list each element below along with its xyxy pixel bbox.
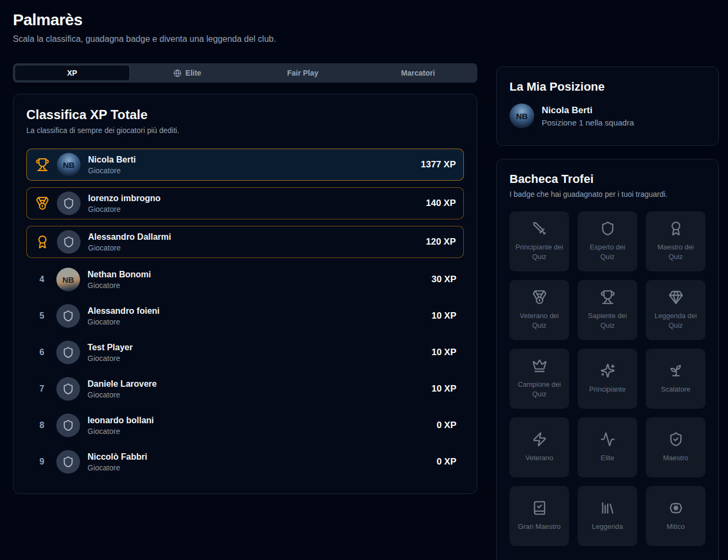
brain-cog-icon <box>668 500 683 515</box>
avatar <box>56 341 80 364</box>
trophy-icon <box>600 290 615 305</box>
badge-grid: Principiante dei QuizEsperto dei QuizMae… <box>509 211 705 546</box>
leaderboard-row-2[interactable]: lorenzo imbrognoGiocatore140 XP <box>26 187 464 219</box>
badge-label: Veterano dei Quiz <box>515 311 564 330</box>
leaderboard-row-4[interactable]: 4NBNethan BonomiGiocatore30 XP <box>26 264 464 294</box>
badge-esperto-dei-quiz[interactable]: Esperto dei Quiz <box>578 211 637 271</box>
player-name: Alessandro foieni <box>88 306 159 316</box>
leaderboard-title: Classifica XP Totale <box>26 107 464 122</box>
tab-bar: XPEliteFair PlayMarcatori <box>13 63 477 83</box>
trophies-title: Bacheca Trofei <box>509 172 705 186</box>
activity-icon <box>600 432 615 447</box>
badge-leggenda-dei-quiz[interactable]: Leggenda dei Quiz <box>646 280 705 340</box>
player-info: Alessandro foieniGiocatore <box>88 306 159 326</box>
badge-leggenda[interactable]: Leggenda <box>578 486 637 546</box>
player-info: lorenzo imbrognoGiocatore <box>88 194 161 213</box>
main-column: Palmarès Scala la classifica, guadagna b… <box>13 11 477 560</box>
shield-icon <box>62 347 74 358</box>
medal-icon <box>532 290 547 305</box>
avatar <box>57 191 81 215</box>
zap-icon <box>532 432 547 447</box>
rank-number: 8 <box>34 421 50 430</box>
badge-maestro-dei-quiz[interactable]: Maestro dei Quiz <box>646 211 705 271</box>
tab-label: Marcatori <box>401 69 435 77</box>
player-info: Nethan BonomiGiocatore <box>88 270 151 290</box>
leaderboard-row-7[interactable]: 7Daniele LarovereGiocatore10 XP <box>26 374 464 404</box>
player-name: Nicola Berti <box>88 155 136 165</box>
leaderboard-row-5[interactable]: 5Alessandro foieniGiocatore10 XP <box>26 301 464 331</box>
tab-xp[interactable]: XP <box>14 65 130 81</box>
rank-number: 9 <box>34 457 50 467</box>
trophy-icon <box>35 158 49 172</box>
leaderboard-row-9[interactable]: 9Niccolò FabbriGiocatore0 XP <box>26 447 464 477</box>
player-role: Giocatore <box>88 463 147 472</box>
player-info: leonardo bollaniGiocatore <box>88 416 154 436</box>
badge-label: Leggenda <box>592 522 623 532</box>
badge-label: Maestro <box>663 453 688 463</box>
leaderboard-row-1[interactable]: NBNicola BertiGiocatore1377 XP <box>26 149 464 181</box>
avatar <box>56 377 80 401</box>
tab-label: Elite <box>185 69 201 77</box>
badge-veterano-dei-quiz[interactable]: Veterano dei Quiz <box>509 280 569 340</box>
player-name: Niccolò Fabbri <box>88 452 147 462</box>
badge-veterano[interactable]: Veterano <box>509 417 569 477</box>
player-name: Test Player <box>88 343 133 352</box>
player-info: Niccolò FabbriGiocatore <box>88 452 147 472</box>
trophies-subtitle: I badge che hai guadagnato per i tuoi tr… <box>509 190 705 198</box>
tab-marcatori[interactable]: Marcatori <box>360 65 476 81</box>
shield-icon <box>62 383 74 395</box>
rank-medal-icon <box>34 196 50 210</box>
player-role: Giocatore <box>88 281 151 290</box>
xp-value: 10 XP <box>432 347 456 358</box>
badge-label: Esperto dei Quiz <box>583 242 632 262</box>
badge-maestro[interactable]: Maestro <box>646 417 705 477</box>
badge-principiante[interactable]: Principiante <box>578 349 637 409</box>
badge-label: Principiante dei Quiz <box>515 242 564 262</box>
leaderboard-subtitle: La classifica di sempre dei giocatori pi… <box>26 126 464 135</box>
leaderboard-row-6[interactable]: 6Test PlayerGiocatore10 XP <box>26 337 464 367</box>
award-icon <box>668 221 683 236</box>
sprout-icon <box>668 363 683 378</box>
avatar <box>57 230 81 254</box>
shield-check-icon <box>668 432 683 447</box>
xp-value: 10 XP <box>432 384 456 394</box>
tab-elite[interactable]: Elite <box>130 65 245 81</box>
badge-mitico[interactable]: Mitico <box>646 486 705 546</box>
player-info: Nicola BertiGiocatore <box>88 155 136 175</box>
shield-icon <box>63 197 75 209</box>
badge-label: Maestro dei Quiz <box>651 242 700 262</box>
xp-value: 120 XP <box>426 237 456 247</box>
badge-gran-maestro[interactable]: Gran Maestro <box>509 486 569 546</box>
xp-value: 10 XP <box>432 311 456 321</box>
xp-value: 1377 XP <box>421 159 456 170</box>
rank-number: 5 <box>34 311 50 321</box>
tab-fair-play[interactable]: Fair Play <box>245 65 361 81</box>
my-position-title: La Mia Posizione <box>509 80 705 94</box>
award-icon <box>35 235 49 249</box>
avatar: NB <box>509 104 534 128</box>
xp-value: 140 XP <box>426 198 456 209</box>
my-position-status: Posizione 1 nella squadra <box>542 118 634 127</box>
player-info: Alessandro DallarmiGiocatore <box>88 232 171 252</box>
badge-label: Gran Maestro <box>518 522 560 532</box>
sidebar-column: La Mia Posizione NB Nicola Berti Posizio… <box>496 11 719 560</box>
leaderboard-rows: NBNicola BertiGiocatore1377 XPlorenzo im… <box>26 149 464 477</box>
badge-principiante-dei-quiz[interactable]: Principiante dei Quiz <box>509 211 569 271</box>
avatar: NB <box>56 268 80 291</box>
avatar <box>56 450 80 474</box>
globe-icon <box>173 69 181 77</box>
medal-icon <box>35 196 49 210</box>
page-subtitle: Scala la classifica, guadagna badge e di… <box>13 34 477 44</box>
rank-number: 4 <box>34 275 50 284</box>
badge-scalatore[interactable]: Scalatore <box>646 349 705 409</box>
leaderboard-row-3[interactable]: Alessandro DallarmiGiocatore120 XP <box>26 226 464 258</box>
shield-icon <box>62 419 74 431</box>
avatar <box>56 414 80 437</box>
badge-campione-dei-quiz[interactable]: Campione dei Quiz <box>509 349 569 409</box>
rank-number: 7 <box>34 384 50 394</box>
leaderboard-row-8[interactable]: 8leonardo bollaniGiocatore0 XP <box>26 410 464 440</box>
my-position-card: La Mia Posizione NB Nicola Berti Posizio… <box>496 67 719 146</box>
badge-sapiente-dei-quiz[interactable]: Sapiente dei Quiz <box>578 280 637 340</box>
badge-elite[interactable]: Elite <box>578 417 637 477</box>
page-title: Palmarès <box>13 11 477 29</box>
